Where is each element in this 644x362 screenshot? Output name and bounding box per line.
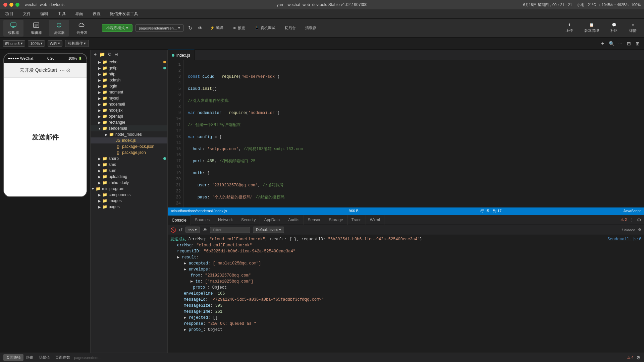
tree-item-mysql[interactable]: ▶ 📁 mysql <box>91 95 167 101</box>
layout-button[interactable]: ⊟ <box>625 40 633 47</box>
menu-file[interactable]: 文件 <box>21 10 33 17</box>
maximize-button[interactable] <box>15 3 19 7</box>
device-debug-button[interactable]: 📱 真机调试 <box>251 24 279 32</box>
refresh-button[interactable]: ↻ <box>186 24 194 32</box>
bottom-tab-route[interactable]: 路由 <box>23 354 36 361</box>
eye-toggle-button[interactable]: 👁 <box>203 227 207 233</box>
zoom-selector[interactable]: 100% ▾ <box>28 40 45 47</box>
tree-item-moment[interactable]: ▶ 📁 moment <box>91 89 167 95</box>
tree-item-sharp[interactable]: ▶ 📁 sharp <box>91 156 167 162</box>
search-button[interactable]: 🔍 <box>608 40 615 47</box>
tree-item-pages[interactable]: ▶ 📁 pages <box>91 204 167 210</box>
tab-indexjs[interactable]: index.js <box>168 50 195 60</box>
close-button[interactable] <box>3 3 7 7</box>
devtools-tab-wxml[interactable]: Wxml <box>366 215 384 225</box>
tree-item-components[interactable]: ▶ 📁 components <box>91 192 167 198</box>
new-folder-button[interactable]: 📁 <box>99 51 106 58</box>
more-button[interactable]: ··· <box>616 40 624 47</box>
bottom-settings-button[interactable]: ⚙ <box>636 355 641 360</box>
tree-item-echo[interactable]: ▶ 📁 echo <box>91 59 167 65</box>
community-button[interactable]: 💬 社区 <box>606 21 622 35</box>
devtools-tab-console[interactable]: Console <box>168 215 191 225</box>
page-path-selector[interactable]: pages/sendemail/sen... ▾ <box>135 24 184 32</box>
bottom-tab-path[interactable]: 页面路径 <box>3 354 23 361</box>
compile-button[interactable]: ⚡ 编译 <box>207 24 227 32</box>
devtools-tab-network[interactable]: Network <box>214 215 237 225</box>
cloud-button[interactable]: 云开发 <box>72 20 92 37</box>
devtools-tab-security[interactable]: Security <box>237 215 260 225</box>
context-selector[interactable]: top ▾ <box>185 227 200 233</box>
menu-project[interactable]: 项目 <box>3 10 15 17</box>
devtools-tab-sensor[interactable]: Sensor <box>304 215 325 225</box>
bottom-tab-params[interactable]: 页面参数 <box>53 354 73 361</box>
tree-item-nodejsx[interactable]: ▶ 📁 nodejsx <box>91 107 167 113</box>
tree-item-openapi[interactable]: ▶ 📁 openapi <box>91 113 167 119</box>
miniprogram-mode-selector[interactable]: 小程序模式 ▾ <box>102 24 132 32</box>
tree-item-package-lock[interactable]: {} package-lock.json <box>91 143 167 149</box>
tree-item-zhihu[interactable]: ▶ 📁 zhihu_daily <box>91 180 167 186</box>
tree-item-http[interactable]: ▶ 📁 http <box>91 71 167 77</box>
tree-item-getip[interactable]: ▶ 📁 getip <box>91 65 167 71</box>
console-entry-14: response: "250 OK: queued as " <box>170 321 641 327</box>
menu-tools[interactable]: 工具 <box>56 10 68 17</box>
refresh-tree-button[interactable]: ↻ <box>107 51 112 58</box>
tree-item-lodash[interactable]: ▶ 📁 lodash <box>91 77 167 83</box>
simulator-button[interactable]: 模拟器 <box>3 20 23 37</box>
device-selector[interactable]: iPhone 5 ▾ <box>3 40 25 47</box>
log-levels-selector[interactable]: Default levels ▾ <box>253 227 284 233</box>
tree-item-sendemail[interactable]: ▼ 📁 sendemail <box>91 125 167 131</box>
devtools-settings-button[interactable]: ⚙ <box>637 217 641 223</box>
bottom-tab-scene[interactable]: 场景值 <box>36 354 53 361</box>
console-filter-input[interactable] <box>210 227 250 233</box>
preview-eye-button[interactable]: 👁 <box>197 24 204 32</box>
tree-item-uploadimg[interactable]: ▶ 📁 uploadimg <box>91 174 167 180</box>
devtools-settings2-button[interactable]: ⚙ <box>638 228 641 232</box>
tab-label: index.js <box>176 53 190 58</box>
devtools-tab-audits[interactable]: Audits <box>284 215 304 225</box>
tree-item-sms[interactable]: ▶ 📁 sms <box>91 162 167 168</box>
upload-button[interactable]: ⬆ 上传 <box>561 21 577 35</box>
collapse-tree-button[interactable]: ⊟ <box>114 51 119 58</box>
code-editor[interactable]: 12345 678910 1112131415 1617181920 21222… <box>168 60 644 207</box>
console-link-0[interactable]: Sendemail.js:6 <box>607 236 641 242</box>
devtools-tab-sources[interactable]: Sources <box>191 215 214 225</box>
menu-interface[interactable]: 界面 <box>73 10 85 17</box>
menu-devtools[interactable]: 微信开发者工具 <box>108 10 140 17</box>
tree-item-sum[interactable]: ▶ 📁 sum <box>91 168 167 174</box>
preview-button[interactable]: 👁 预览 <box>229 24 249 32</box>
clear-console-button[interactable]: 🚫 <box>170 227 176 233</box>
version-manage-button[interactable]: 📋 版本管理 <box>580 21 603 35</box>
menu-settings[interactable]: 设置 <box>91 10 103 17</box>
upload-icon: ⬆ <box>568 23 571 27</box>
clear-cache-button[interactable]: 清缓存 <box>302 24 320 32</box>
tree-item-miniprogram[interactable]: ▼ 📁 miniprogram <box>91 186 167 192</box>
sim-operation-button[interactable]: 模拟操作 ▾ <box>65 40 89 47</box>
devtools-tabs: Console Sources Network Security AppData… <box>168 215 644 225</box>
devtools-tab-trace[interactable]: Trace <box>347 215 366 225</box>
background-button[interactable]: 切后台 <box>281 24 299 32</box>
devtools-tab-appdata[interactable]: AppData <box>260 215 284 225</box>
debugger-button[interactable]: 调试器 <box>49 20 69 37</box>
menu-edit[interactable]: 编辑 <box>38 10 50 17</box>
tree-item-images[interactable]: ▶ 📁 images <box>91 198 167 204</box>
tree-item-rectangle[interactable]: ▶ 📁 rectangle <box>91 119 167 125</box>
minimize-button[interactable] <box>9 3 13 7</box>
devtools-toolbar-right: 1 hidden ⚙ <box>621 228 641 232</box>
cloud-icon <box>78 21 86 29</box>
network-selector[interactable]: WiFi ▾ <box>48 40 62 47</box>
console-back-button[interactable]: ↺ <box>179 227 183 233</box>
tree-item-indexjs[interactable]: JS index.js <box>91 137 167 143</box>
tree-item-node-modules[interactable]: ▶ 📁 node_modules <box>91 131 167 137</box>
code-content[interactable]: const cloud = require('wx-server-sdk') c… <box>184 60 644 207</box>
phone-frame: ●●●●● WeChat 0:20 100% 🔋 云开发 QuickStart … <box>3 53 87 197</box>
tree-item-nodemail[interactable]: ▶ 📁 nodemail <box>91 101 167 107</box>
details-button[interactable]: ≡ 详情 <box>625 22 641 35</box>
devtools-tab-storage[interactable]: Storage <box>325 215 347 225</box>
tree-item-login[interactable]: ▶ 📁 login <box>91 83 167 89</box>
add-page-button[interactable]: + <box>599 40 606 47</box>
devtools-more-button[interactable]: ⋮ <box>630 217 634 223</box>
new-file-button[interactable]: + <box>93 51 97 58</box>
editor-button[interactable]: 编辑器 <box>26 20 46 37</box>
tree-item-package[interactable]: {} package.json <box>91 149 167 156</box>
split-button[interactable]: ⊞ <box>634 40 641 47</box>
